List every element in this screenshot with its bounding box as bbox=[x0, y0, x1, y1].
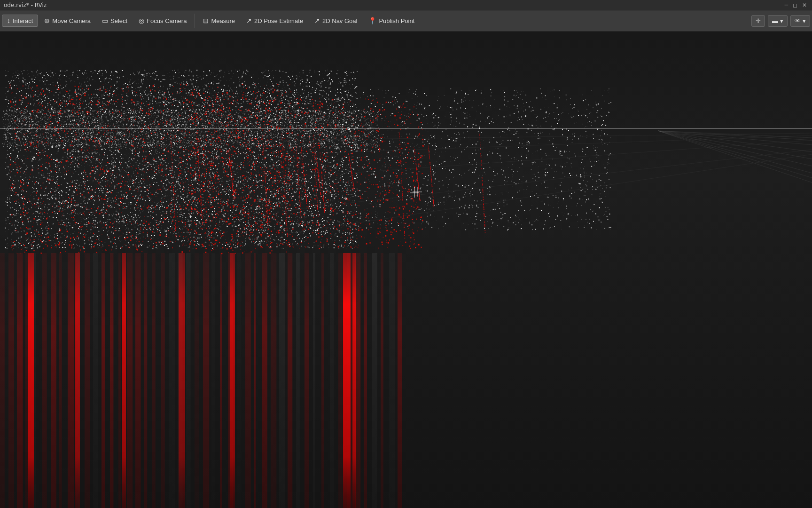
interact-icon: ↕ bbox=[7, 17, 10, 24]
toolbar: ↕ Interact ⊕ Move Camera ▭ Select ◎ Focu… bbox=[0, 10, 812, 32]
3d-viewport[interactable] bbox=[0, 32, 812, 508]
move-camera-icon: ⊕ bbox=[44, 17, 50, 24]
select-icon: ▭ bbox=[102, 17, 108, 24]
view-dropdown-arrow: ▾ bbox=[803, 17, 806, 24]
toolbar-right: ✛ ▬ ▾ 👁 ▾ bbox=[751, 15, 810, 27]
minimize-icon[interactable]: ─ bbox=[783, 2, 789, 8]
titlebar: ode.rviz* - RViz ─ ◻ ✕ bbox=[0, 0, 812, 10]
view-button[interactable]: 👁 ▾ bbox=[790, 15, 810, 27]
measure-icon: ⊟ bbox=[203, 17, 209, 24]
view-icon: 👁 bbox=[795, 17, 801, 24]
publish-point-button[interactable]: 📍 Publish Point bbox=[363, 15, 420, 27]
interact-button[interactable]: ↕ Interact bbox=[2, 15, 38, 27]
nav-goal-button[interactable]: ↗ 2D Nav Goal bbox=[309, 15, 362, 27]
publish-point-icon: 📍 bbox=[368, 17, 376, 24]
pose-estimate-button[interactable]: ↗ 2D Pose Estimate bbox=[241, 15, 308, 27]
display-icon: ▬ bbox=[772, 17, 778, 24]
window-title: ode.rviz* - RViz bbox=[4, 2, 47, 8]
measure-button[interactable]: ⊟ Measure bbox=[198, 15, 240, 27]
crosshair-icon: ✛ bbox=[756, 17, 761, 24]
pose-estimate-icon: ↗ bbox=[246, 17, 252, 24]
select-button[interactable]: ▭ Select bbox=[97, 15, 133, 27]
move-camera-button[interactable]: ⊕ Move Camera bbox=[39, 15, 96, 27]
crosshair-button[interactable]: ✛ bbox=[751, 15, 765, 27]
maximize-icon[interactable]: ◻ bbox=[791, 2, 799, 8]
focus-camera-button[interactable]: ◎ Focus Camera bbox=[133, 15, 192, 27]
toolbar-separator-1 bbox=[195, 14, 195, 28]
close-icon[interactable]: ✕ bbox=[801, 2, 808, 8]
point-cloud-canvas[interactable] bbox=[0, 32, 812, 508]
window-controls: ─ ◻ ✕ bbox=[783, 2, 808, 8]
dropdown-arrow: ▾ bbox=[780, 17, 783, 24]
focus-camera-icon: ◎ bbox=[139, 17, 144, 24]
nav-goal-icon: ↗ bbox=[314, 17, 320, 24]
display-type-button[interactable]: ▬ ▾ bbox=[768, 15, 788, 27]
